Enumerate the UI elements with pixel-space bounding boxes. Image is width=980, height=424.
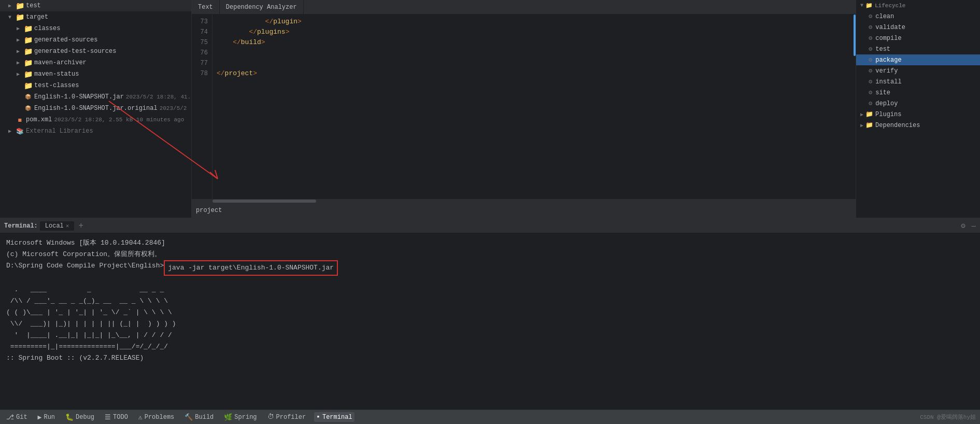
sidebar-item-english-1-0-snapshot-jar[interactable]: 📦English-1.0-SNAPSHOT.jar2023/5/2 18:28,… bbox=[0, 91, 191, 103]
terminal-content[interactable]: Microsoft Windows [版本 10.0.19044.2846] (… bbox=[0, 233, 980, 409]
breadcrumb-project[interactable]: project bbox=[196, 207, 222, 214]
sidebar-item-english-1-0-snapshot-jar-original[interactable]: 📦English-1.0-SNAPSHOT.jar.original2023/5… bbox=[0, 103, 191, 114]
toolbar-icon-problems: ⚠ bbox=[138, 413, 143, 421]
terminal-minimize-icon[interactable]: — bbox=[972, 222, 976, 230]
toolbar-item-spring[interactable]: 🌿Spring bbox=[222, 412, 259, 422]
maven-lifecycle-install[interactable]: ⚙install bbox=[856, 76, 980, 87]
toolbar-label-problems: Problems bbox=[145, 414, 175, 421]
terminal-tabs: Terminal: Local ✕ + ⚙ — bbox=[0, 219, 980, 233]
terminal-line-2: (c) Microsoft Corporation。保留所有权利。 bbox=[6, 249, 974, 260]
toolbar-right-label: CSDN @爱喝阔落hy姐 bbox=[920, 413, 976, 421]
terminal-tab-local[interactable]: Local ✕ bbox=[40, 221, 75, 231]
toolbar-label-run: Run bbox=[44, 414, 55, 421]
terminal-ascii-art: . ____ _ __ _ _ /\\ / ___'_ __ _ _(_)_ _… bbox=[6, 284, 974, 352]
maven-lifecycle-test[interactable]: ⚙test bbox=[856, 44, 980, 54]
sidebar-item-target[interactable]: ▼📁target bbox=[0, 11, 191, 23]
toolbar-icon-spring: 🌿 bbox=[224, 413, 232, 421]
toolbar-label-terminal: Terminal bbox=[322, 414, 352, 421]
bottom-area: Terminal: Local ✕ + ⚙ — Microsoft Window… bbox=[0, 218, 980, 409]
scrollbar-thumb[interactable] bbox=[212, 200, 316, 203]
terminal-copyright: (c) Microsoft Corporation。保留所有权利。 bbox=[6, 249, 161, 260]
sidebar-item-classes[interactable]: ▶📁classes bbox=[0, 23, 191, 34]
toolbar-icon-todo: ☰ bbox=[105, 413, 111, 421]
tab-text-label: Text bbox=[198, 4, 213, 11]
tab-text[interactable]: Text bbox=[192, 0, 220, 14]
terminal-settings-icon[interactable]: ⚙ bbox=[961, 221, 965, 230]
terminal-tab-close[interactable]: ✕ bbox=[66, 222, 69, 229]
toolbar-item-build[interactable]: 🔨Build bbox=[182, 412, 216, 422]
terminal-line-1: Microsoft Windows [版本 10.0.19044.2846] bbox=[6, 237, 974, 249]
bottom-toolbar: ⎇Git▶Run🐛Debug☰TODO⚠Problems🔨Build🌿Sprin… bbox=[0, 409, 980, 424]
toolbar-label-spring: Spring bbox=[234, 414, 257, 421]
toolbar-item-terminal[interactable]: ▪Terminal bbox=[314, 412, 354, 422]
maven-lifecycle-deploy[interactable]: ⚙deploy bbox=[856, 98, 980, 109]
maven-lifecycle-validate[interactable]: ⚙validate bbox=[856, 22, 980, 33]
sidebar-item-test-classes[interactable]: 📁test-classes bbox=[0, 80, 191, 91]
editor-area: Text Dependency Analyzer 73 74 75 76 77 … bbox=[192, 0, 856, 218]
toolbar-item-git[interactable]: ⎇Git bbox=[4, 412, 30, 422]
editor-tabs: Text Dependency Analyzer bbox=[192, 0, 856, 15]
maven-lifecycle-compile[interactable]: ⚙compile bbox=[856, 33, 980, 44]
terminal-command: java -jar target\English-1.0-SNAPSHOT.ja… bbox=[164, 260, 338, 276]
toolbar-icon-terminal: ▪ bbox=[316, 413, 320, 421]
line-numbers: 73 74 75 76 77 78 bbox=[192, 15, 212, 199]
editor-breadcrumb-bar: project bbox=[192, 203, 856, 218]
maven-lifecycle-site[interactable]: ⚙site bbox=[856, 87, 980, 98]
toolbar-icon-git: ⎇ bbox=[6, 413, 14, 421]
maven-lifecycle-clean[interactable]: ⚙clean bbox=[856, 11, 980, 22]
toolbar-label-debug: Debug bbox=[76, 414, 94, 421]
toolbar-label-git: Git bbox=[16, 414, 27, 421]
sidebar-item-generated-test-sources[interactable]: ▶📁generated-test-sources bbox=[0, 46, 191, 57]
maven-lifecycle-package[interactable]: ⚙package bbox=[856, 54, 980, 65]
terminal-windows-info: Microsoft Windows [版本 10.0.19044.2846] bbox=[6, 237, 165, 249]
toolbar-item-todo[interactable]: ☰TODO bbox=[103, 412, 130, 422]
toolbar-item-profiler[interactable]: ⏱Profiler bbox=[265, 412, 308, 422]
maven-panel: ▼📁 Lifecycle⚙clean⚙validate⚙compile⚙test… bbox=[856, 0, 980, 218]
right-gutter bbox=[849, 15, 856, 199]
editor-content: 73 74 75 76 77 78 </plugin> </plugins> <… bbox=[192, 15, 856, 199]
terminal-label: Terminal: bbox=[4, 222, 38, 230]
sidebar-external-libraries[interactable]: ▶📚External Libraries bbox=[0, 125, 191, 137]
code-editor[interactable]: </plugin> </plugins> </build> </project> bbox=[212, 15, 849, 199]
terminal-ascii-art-block: . ____ _ __ _ _ /\\ / ___'_ __ _ _(_)_ _… bbox=[6, 284, 974, 352]
sidebar-item-test[interactable]: ▶📁test bbox=[0, 0, 191, 11]
file-tree: ▶📁test▼📁target▶📁classes▶📁generated-sourc… bbox=[0, 0, 192, 218]
sidebar-item-pom-xml[interactable]: ◼pom.xml2023/5/2 18:28, 2.55 kB 10 minut… bbox=[0, 114, 191, 125]
maven-lifecycle-verify[interactable]: ⚙verify bbox=[856, 65, 980, 76]
sidebar-item-maven-status[interactable]: ▶📁maven-status bbox=[0, 68, 191, 80]
terminal-add-button[interactable]: + bbox=[76, 221, 86, 231]
sidebar-item-generated-sources[interactable]: ▶📁generated-sources bbox=[0, 34, 191, 46]
toolbar-label-profiler: Profiler bbox=[276, 414, 306, 421]
toolbar-item-run[interactable]: ▶Run bbox=[36, 412, 57, 422]
toolbar-icon-debug: 🐛 bbox=[65, 413, 74, 421]
maven-lifecycle-header[interactable]: ▼📁 Lifecycle bbox=[856, 0, 980, 11]
toolbar-label-build: Build bbox=[195, 414, 214, 421]
maven-section-dependencies[interactable]: ▶📁Dependencies bbox=[856, 120, 980, 131]
maven-section-plugins[interactable]: ▶📁Plugins bbox=[856, 109, 980, 120]
toolbar-item-problems[interactable]: ⚠Problems bbox=[136, 412, 176, 422]
editor-scrollbar[interactable] bbox=[192, 199, 856, 203]
gutter-marker bbox=[854, 15, 856, 56]
terminal-command-line: D:\Spring Code Compile Project\English> … bbox=[6, 260, 974, 276]
toolbar-icon-run: ▶ bbox=[38, 413, 42, 421]
terminal-spring-boot: :: Spring Boot :: (v2.2.7.RELEASE) bbox=[6, 352, 974, 364]
terminal-tab-label: Local bbox=[45, 222, 64, 230]
toolbar-item-debug[interactable]: 🐛Debug bbox=[63, 412, 96, 422]
toolbar-icon-build: 🔨 bbox=[184, 413, 193, 421]
toolbar-label-todo: TODO bbox=[113, 414, 128, 421]
toolbar-icon-profiler: ⏱ bbox=[267, 413, 274, 421]
sidebar-item-maven-archiver[interactable]: ▶📁maven-archiver bbox=[0, 57, 191, 68]
terminal-prompt: D:\Spring Code Compile Project\English> bbox=[6, 260, 164, 272]
tab-dependency-label: Dependency Analyzer bbox=[226, 4, 297, 11]
tab-dependency[interactable]: Dependency Analyzer bbox=[220, 0, 304, 14]
